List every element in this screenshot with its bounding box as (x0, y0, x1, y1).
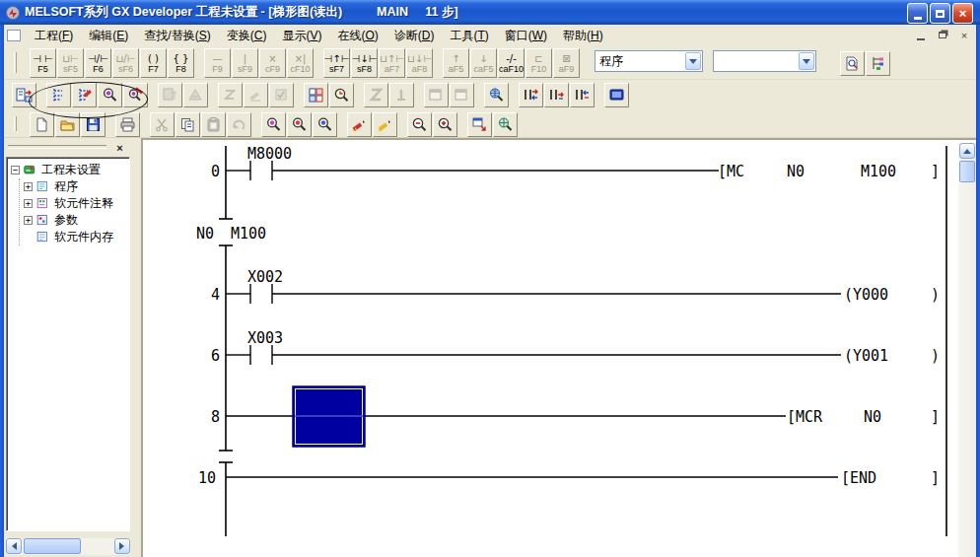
convert-run-write-button[interactable] (183, 83, 208, 107)
online-write-button[interactable] (244, 83, 268, 107)
monitor-write-mode-button[interactable] (123, 83, 148, 107)
close-button[interactable]: × (952, 3, 973, 24)
write-mode-button[interactable] (72, 83, 97, 107)
zoom-in-button[interactable] (433, 112, 457, 137)
open-project-button[interactable] (55, 112, 80, 137)
project-data-list-toggle-button[interactable] (866, 51, 890, 76)
tree-horizontal-scrollbar[interactable] (6, 538, 130, 555)
window-cascade-button[interactable] (450, 83, 474, 107)
rising-pulse-contact-button[interactable]: ⊣↑⊢sF7 (323, 48, 350, 78)
combo-dropdown-arrow-icon[interactable] (685, 52, 701, 70)
read-mode-button[interactable] (46, 83, 71, 107)
monitor-stop-button[interactable] (364, 83, 388, 107)
new-project-button[interactable] (30, 112, 54, 137)
device-batch-button[interactable] (544, 83, 569, 107)
monitor-start-button[interactable] (329, 83, 354, 107)
line-erase-button[interactable]: ⊠aF9 (553, 48, 580, 78)
menu-edit[interactable]: 编辑(E) (81, 25, 136, 47)
convert-button[interactable] (158, 83, 182, 107)
collapse-box-icon[interactable]: − (11, 166, 20, 174)
find-instruction-button[interactable] (287, 112, 312, 137)
panel-close-icon[interactable]: × (112, 141, 127, 155)
mdi-close-button[interactable]: × (956, 28, 972, 42)
device-test-pencil-button[interactable] (347, 112, 372, 137)
minimize-button[interactable] (907, 3, 928, 24)
combo-dropdown-arrow-icon[interactable] (799, 52, 814, 70)
print-button[interactable] (115, 112, 140, 137)
toolbar-grip[interactable] (14, 116, 17, 131)
menu-online[interactable]: 在线(O) (329, 25, 385, 47)
online-verify-button[interactable] (269, 83, 294, 107)
save-project-button[interactable] (81, 112, 105, 137)
tree-root-project[interactable]: −工程未设置 (11, 162, 129, 178)
horizontal-line-button[interactable]: —F9 (204, 48, 231, 78)
paste-button[interactable] (201, 112, 226, 137)
expand-box-icon[interactable]: + (24, 199, 33, 208)
ladder-cursor[interactable] (293, 386, 365, 447)
device-test-button[interactable] (519, 83, 543, 107)
vertical-line-button[interactable]: |sF9 (232, 48, 258, 78)
maximize-button[interactable] (930, 3, 950, 24)
falling-pulse-branch-button[interactable]: ⊔↓⊢aF8 (406, 48, 433, 78)
device-skip-button[interactable] (570, 83, 595, 107)
device-find-globe-button[interactable] (484, 83, 509, 107)
undo-button[interactable] (227, 112, 251, 137)
copy-button[interactable] (175, 112, 200, 137)
expand-box-icon[interactable]: + (24, 182, 33, 191)
find-in-program-button[interactable] (840, 51, 865, 76)
mdi-minimize-button[interactable] (913, 28, 929, 42)
online-read-button[interactable] (218, 83, 243, 107)
invert-operation-button[interactable]: -/-caF10 (498, 48, 525, 78)
menu-project[interactable]: 工程(F) (27, 25, 81, 47)
line-draw-button[interactable]: ⊏F10 (525, 48, 552, 78)
tree-item-device-memory[interactable]: 软元件内存 (20, 229, 129, 245)
device-monitor-button[interactable] (604, 83, 629, 107)
menu-diagnostics[interactable]: 诊断(D) (386, 25, 443, 47)
rising-pulse-branch-button[interactable]: ⊔↑⊢aF7 (379, 48, 405, 78)
falling-pulse-contact-button[interactable]: ⊣↓⊢sF8 (351, 48, 378, 78)
menu-view[interactable]: 显示(V) (274, 25, 329, 47)
open-contact-button[interactable]: ⊣ ⊢F5 (30, 48, 56, 78)
falling-pulse-button[interactable]: ↓caF5 (470, 48, 497, 78)
ladder-list-toggle-button[interactable] (12, 83, 36, 107)
menu-convert[interactable]: 变换(C) (219, 25, 275, 47)
scroll-right-arrow-icon[interactable] (114, 538, 130, 554)
ladder-editor[interactable]: M8000 0 [MC N0 M100 ] N0 M100 X002 4 (Y0… (141, 138, 976, 557)
ladder-vertical-scrollbar[interactable] (958, 143, 976, 557)
program-mode-combobox[interactable]: 程序 (595, 50, 703, 72)
zoom-out-button[interactable] (407, 112, 432, 137)
toolbar-grip[interactable] (14, 52, 17, 73)
find-device-button[interactable] (261, 112, 286, 137)
expand-box-icon[interactable]: + (24, 216, 33, 225)
window-tile-button[interactable] (424, 83, 449, 107)
mdi-restore-button[interactable] (935, 28, 950, 42)
monitor-mode-button[interactable] (98, 83, 122, 107)
scroll-up-arrow-icon[interactable] (959, 143, 975, 159)
scroll-left-arrow-icon[interactable] (6, 538, 22, 554)
device-clear-pencil-button[interactable] (373, 112, 397, 137)
tree-item-program[interactable]: +程序 (20, 178, 129, 195)
cross-reference-button[interactable] (493, 112, 518, 137)
label-grid-button[interactable] (304, 83, 328, 107)
coil-button[interactable]: ( )F7 (140, 48, 167, 78)
menu-help[interactable]: 帮助(H) (555, 25, 611, 47)
monitor-pause-button[interactable] (389, 83, 414, 107)
tree-item-parameter[interactable]: +参数 (20, 212, 129, 229)
scrollbar-thumb[interactable] (959, 161, 975, 182)
delete-horizontal-line-button[interactable]: ×cF9 (259, 48, 286, 78)
application-instruction-button[interactable]: { }F8 (168, 48, 194, 78)
find-step-button[interactable] (313, 112, 337, 137)
delete-vertical-line-button[interactable]: ×|cF10 (287, 48, 314, 78)
cut-button[interactable] (150, 112, 175, 137)
tree-item-device-comment[interactable]: +软元件注释 (20, 195, 129, 212)
scrollbar-thumb[interactable] (24, 538, 81, 554)
device-find-combobox[interactable] (713, 50, 816, 72)
rising-pulse-button[interactable]: ↑aF5 (443, 48, 469, 78)
closed-branch-button[interactable]: ⊔/⊢sF6 (112, 48, 139, 78)
open-branch-button[interactable]: ⊔⊢sF5 (57, 48, 84, 78)
menu-tools[interactable]: 工具(T) (442, 25, 496, 47)
panel-grip[interactable] (8, 145, 106, 149)
window-fit-button[interactable] (467, 112, 492, 137)
menu-find-replace[interactable]: 查找/替换(S) (136, 25, 218, 47)
closed-contact-button[interactable]: ⊣/⊢F6 (85, 48, 111, 78)
